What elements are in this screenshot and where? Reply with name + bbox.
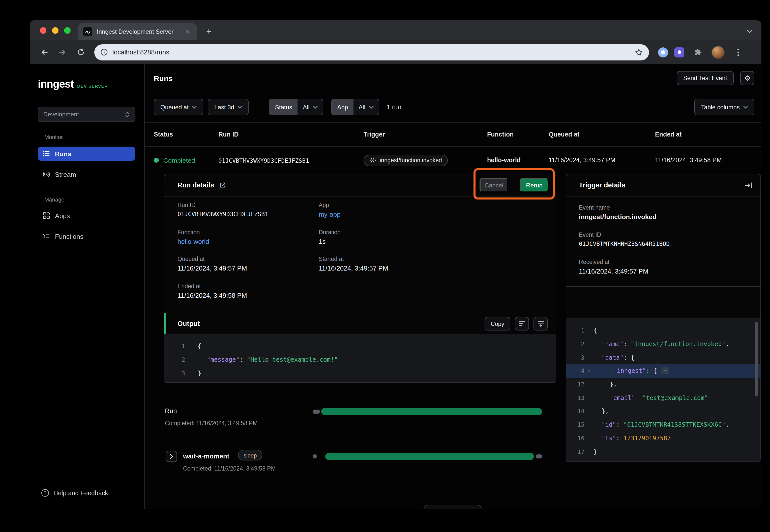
open-in-new-icon[interactable]: [219, 182, 226, 188]
sidebar-item-runs[interactable]: Runs: [38, 147, 135, 161]
jump-to-bottom-button[interactable]: [533, 317, 547, 330]
sidebar-item-functions[interactable]: Functions: [38, 229, 135, 243]
help-label: Help and Feedback: [53, 489, 108, 496]
field-event-id: Event ID 01JCVBTMTKNHNHZ3SN64R51BQD: [579, 232, 670, 247]
status-filter-value: All: [303, 104, 310, 111]
column-run-id[interactable]: Run ID: [218, 131, 364, 138]
lines-down-arrow-icon: [537, 321, 544, 327]
password-manager-icon[interactable]: [658, 47, 668, 57]
column-trigger[interactable]: Trigger: [364, 131, 487, 138]
column-queued-at[interactable]: Queued at: [548, 131, 655, 138]
queued-at-filter[interactable]: Queued at: [154, 99, 203, 115]
code-line: 12 },: [566, 378, 760, 391]
profile-avatar[interactable]: [712, 46, 725, 59]
rerun-button[interactable]: Rerun: [520, 178, 548, 192]
run-count: 1 run: [387, 103, 401, 111]
row-status: Completed: [163, 156, 195, 164]
bookmark-star-icon[interactable]: [635, 48, 643, 56]
column-function[interactable]: Function: [487, 131, 548, 138]
code-token: "inngest/function.invoked": [631, 341, 726, 348]
forward-icon[interactable]: [55, 45, 70, 60]
output-copy-button[interactable]: Copy: [485, 317, 510, 330]
timeline-step-post-tick: [536, 454, 542, 458]
run-details-title: Run details: [177, 181, 214, 189]
tab-close-icon[interactable]: ×: [183, 27, 191, 36]
app-filter[interactable]: App All: [331, 99, 379, 115]
fold-caret-icon[interactable]: ›: [585, 368, 594, 375]
trigger-name: inngest/function.invoked: [380, 157, 442, 163]
column-status[interactable]: Status: [145, 131, 218, 138]
help-and-feedback[interactable]: ? Help and Feedback: [41, 489, 108, 497]
event-icon: [370, 158, 376, 163]
status-filter[interactable]: Status All: [269, 99, 323, 115]
code-line-collapsed[interactable]: 4 › "_inngest" : { ⋯: [566, 364, 760, 378]
timeline-step-bar[interactable]: [325, 453, 534, 460]
code-token: :: [616, 421, 624, 428]
timeline-run-label[interactable]: Run: [165, 407, 177, 415]
sidebar-item-label: Runs: [55, 150, 71, 157]
code-line: 14 },: [566, 405, 760, 418]
cancel-button[interactable]: Cancel: [479, 178, 508, 192]
field-label: Duration: [319, 229, 341, 235]
sidebar-item-apps[interactable]: Apps: [38, 209, 135, 223]
queued-at-label: Queued at: [160, 104, 188, 111]
table-row[interactable]: Completed 01JCVBTMV3WXY9D3CFDEJFZSB1 inn…: [145, 147, 761, 174]
url-text[interactable]: localhost:8288/runs: [112, 48, 630, 56]
line-number: 15: [566, 421, 585, 428]
table-columns-label: Table columns: [701, 104, 740, 111]
line-number: 12: [566, 381, 585, 388]
wrap-lines-button[interactable]: [515, 317, 529, 330]
sidebar: inngest DEV SERVER Development Monitor R…: [30, 64, 145, 509]
time-range-label: Last 3d: [214, 104, 234, 111]
minimize-window-button[interactable]: [52, 27, 58, 34]
environment-select[interactable]: Development: [38, 107, 135, 122]
reload-icon[interactable]: [73, 45, 88, 60]
scrollbar-thumb[interactable]: [755, 322, 758, 396]
back-icon[interactable]: [37, 45, 52, 60]
help-icon: ?: [41, 489, 49, 497]
code-token: :: [624, 341, 631, 348]
extensions-puzzle-icon[interactable]: [690, 45, 706, 60]
timeline-run-bar[interactable]: [321, 408, 542, 415]
function-link[interactable]: hello-world: [177, 238, 209, 245]
line-number: 3: [566, 354, 585, 361]
field-label: Event ID: [579, 232, 670, 238]
field-app: App my-app: [319, 202, 341, 218]
table-columns-button[interactable]: Table columns: [695, 99, 754, 115]
time-range-filter[interactable]: Last 3d: [208, 99, 249, 115]
trigger-badge[interactable]: inngest/function.invoked: [364, 154, 448, 166]
expand-step-button[interactable]: [166, 451, 177, 462]
column-ended-at[interactable]: Ended at: [655, 131, 761, 138]
field-label: Ended at: [177, 283, 247, 289]
zoom-window-button[interactable]: [64, 27, 71, 34]
close-window-button[interactable]: [40, 27, 46, 34]
code-line: 17 }: [566, 445, 760, 458]
fold-ellipsis[interactable]: ⋯: [661, 368, 669, 375]
run-details-header: Run details Cancel Rerun: [164, 174, 556, 196]
sidebar-item-stream[interactable]: Stream: [38, 167, 135, 181]
row-queued-at: 11/16/2024, 3:49:57 PM: [548, 157, 655, 164]
timeline-step-name[interactable]: wait-a-moment: [183, 452, 229, 460]
send-test-event-button[interactable]: Send Test Event: [677, 71, 734, 85]
settings-button[interactable]: ⚙: [740, 71, 754, 85]
timeline-scroll-stub[interactable]: [424, 505, 481, 509]
app-link[interactable]: my-app: [319, 211, 341, 218]
stream-icon: [43, 171, 50, 178]
tab-search-chevron-icon[interactable]: [747, 26, 752, 35]
new-tab-button[interactable]: +: [203, 26, 214, 37]
dock-right-icon[interactable]: [745, 182, 752, 188]
dev-server-badge: DEV SERVER: [77, 84, 108, 89]
extension-pinned-icon[interactable]: [674, 47, 684, 57]
cancel-label: Cancel: [485, 182, 503, 189]
address-bar[interactable]: localhost:8288/runs: [94, 44, 649, 60]
code-token: "name": [602, 341, 624, 348]
code-token: },: [602, 408, 609, 415]
browser-tab[interactable]: Inngest Development Server ×: [78, 23, 197, 40]
trigger-details-panel: Trigger details Event name inngest/funct…: [566, 174, 761, 462]
code-line: 16 "ts" : 1731790197587: [566, 431, 760, 445]
runs-icon: [43, 150, 50, 157]
site-info-icon[interactable]: [100, 48, 108, 56]
chevron-down-icon: [743, 106, 748, 109]
browser-menu-icon[interactable]: [731, 45, 746, 60]
status-filter-label: Status: [270, 99, 298, 115]
